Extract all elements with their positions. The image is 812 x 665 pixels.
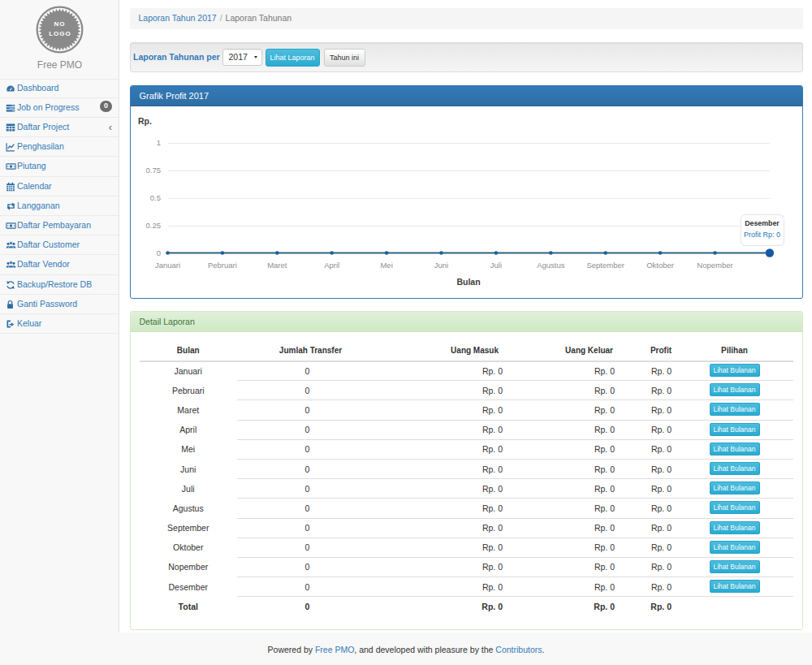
svg-text:LOGO: LOGO — [49, 30, 71, 37]
svg-text:NO: NO — [54, 20, 65, 28]
